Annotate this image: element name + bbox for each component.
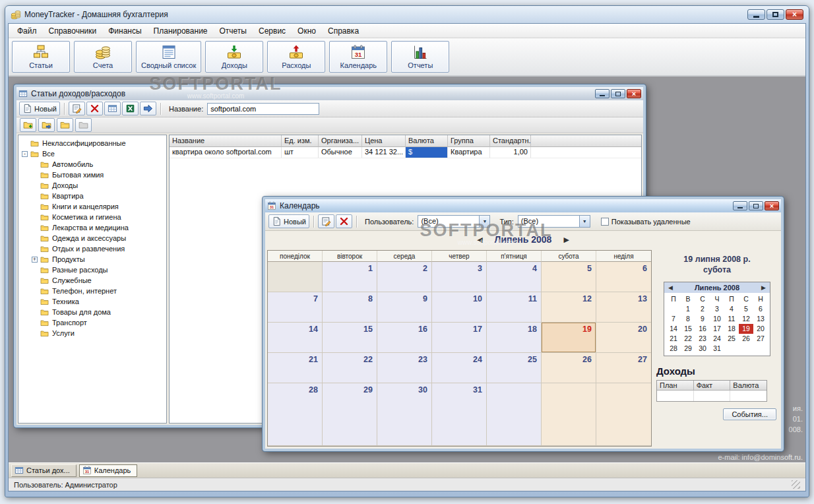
calendar-close-button[interactable]: ×	[765, 201, 779, 210]
mini-day[interactable]: 17	[710, 324, 724, 334]
calendar-day-cell[interactable]: 5	[542, 262, 596, 292]
toolbar-expense-button[interactable]: Расходы	[267, 41, 325, 73]
calendar-day-cell[interactable]: 31	[432, 383, 487, 446]
calendar-day-cell[interactable]: 30	[377, 383, 432, 446]
articles-maximize-button[interactable]	[611, 89, 625, 98]
calendar-day-cell[interactable]: 6	[596, 262, 651, 292]
mini-day[interactable]: 29	[681, 344, 695, 354]
calendar-maximize-button[interactable]	[749, 201, 763, 210]
calendar-day-cell[interactable]: 10	[432, 292, 487, 323]
column-header[interactable]: Группа	[448, 135, 490, 147]
new-event-button[interactable]: Новый	[268, 214, 309, 228]
articles-titlebar[interactable]: Статьи доходов/расходов ×	[16, 87, 643, 100]
mini-day[interactable]: 7	[666, 314, 681, 324]
type-filter-select[interactable]: (Все) ▼	[518, 215, 590, 228]
mini-next-month-button[interactable]: ▶	[761, 284, 766, 291]
user-filter-select[interactable]: (Все) ▼	[418, 215, 490, 228]
mini-day[interactable]: 31	[710, 344, 724, 354]
calendar-minimize-button[interactable]	[733, 201, 747, 210]
menu-item[interactable]: Отчеты	[214, 25, 253, 37]
calendar-day-cell[interactable]: 19	[542, 323, 596, 353]
window-tab[interactable]: Статьи дох...	[11, 464, 77, 477]
mini-day[interactable]: 3	[710, 304, 724, 314]
next-month-button[interactable]: ▶	[563, 236, 569, 244]
edit-button[interactable]	[318, 214, 334, 228]
mini-day[interactable]: 21	[666, 334, 681, 344]
tree-item[interactable]: -Все	[18, 148, 166, 159]
tree-item[interactable]: Книги и канцелярия	[18, 201, 166, 212]
prev-month-button[interactable]: ◀	[477, 236, 482, 244]
calendar-day-cell[interactable]: 25	[487, 353, 542, 383]
calendar-day-cell[interactable]: 13	[596, 292, 651, 323]
mini-day[interactable]: 24	[710, 334, 724, 344]
mini-day[interactable]: 9	[695, 314, 710, 324]
column-header[interactable]: Стандартн...	[490, 135, 531, 147]
calendar-day-cell[interactable]: 8	[323, 292, 377, 323]
expand-toggle[interactable]: +	[32, 257, 38, 263]
column-header[interactable]: Организа...	[319, 135, 362, 147]
table-cell[interactable]: Обычное	[319, 147, 362, 158]
tree-item[interactable]: Лекарства и медицина	[18, 222, 166, 233]
calendar-day-cell[interactable]: 24	[432, 353, 487, 383]
calendar-day-cell[interactable]	[487, 383, 542, 446]
toolbar-income-button[interactable]: Доходы	[205, 41, 263, 73]
folder-disabled-button[interactable]	[75, 118, 92, 132]
calendar-day-cell[interactable]: 12	[542, 292, 596, 323]
table-cell[interactable]: $	[406, 147, 448, 158]
menu-item[interactable]: Финансы	[102, 25, 147, 37]
mini-day[interactable]: 6	[753, 304, 768, 314]
folder-move-button[interactable]	[38, 118, 55, 132]
tree-item[interactable]: Одежда и аксессуары	[18, 233, 166, 243]
tree-item[interactable]: Техника	[18, 296, 166, 307]
mini-day[interactable]: 2	[695, 304, 710, 314]
calendar-day-cell[interactable]: 21	[268, 353, 323, 383]
mini-day[interactable]: 18	[724, 324, 739, 334]
menu-item[interactable]: Планирование	[148, 25, 214, 37]
calendar-day-cell[interactable]: 28	[268, 383, 323, 446]
menu-item[interactable]: Файл	[11, 25, 43, 37]
calendar-day-cell[interactable]: 29	[323, 383, 377, 446]
toolbar-calendar-button[interactable]: 31Календарь	[329, 41, 387, 73]
tree-item[interactable]: Неклассифицированные	[18, 138, 166, 148]
tree-item[interactable]: Служебные	[18, 275, 166, 286]
calendar-day-cell[interactable]: 3	[432, 262, 487, 292]
calendar-day-cell[interactable]: 17	[432, 323, 487, 353]
new-item-button[interactable]: Новый	[19, 102, 60, 115]
dropdown-arrow-icon[interactable]: ▼	[479, 216, 489, 227]
calendar-day-cell[interactable]: 2	[377, 262, 432, 292]
mini-day[interactable]: 12	[739, 314, 753, 324]
calendar-day-cell[interactable]: 16	[377, 323, 432, 353]
toolbar-coins-button[interactable]: Счета	[74, 41, 132, 73]
events-button[interactable]: События...	[723, 408, 776, 420]
calendar-day-cell[interactable]: 15	[323, 323, 377, 353]
calendar-day-cell[interactable]: 26	[542, 353, 596, 383]
mini-day[interactable]: 28	[666, 344, 681, 354]
calendar-day-cell[interactable]	[268, 262, 323, 292]
mini-day[interactable]: 30	[695, 344, 710, 354]
delete-button[interactable]	[86, 102, 103, 115]
calendar-titlebar[interactable]: 31 Календарь ×	[265, 199, 781, 212]
mini-day[interactable]: 13	[753, 314, 768, 324]
table-row[interactable]: квартира около softportal.comштОбычное34…	[170, 147, 641, 158]
folder-button[interactable]	[57, 118, 73, 132]
mini-day[interactable]: 25	[724, 334, 739, 344]
mini-day[interactable]: 16	[695, 324, 710, 334]
show-deleted-checkbox[interactable]: Показывать удаленные	[596, 218, 691, 226]
minimize-button[interactable]	[747, 9, 765, 20]
close-button[interactable]: ×	[786, 9, 803, 20]
mini-day[interactable]: 1	[681, 304, 695, 314]
window-tab[interactable]: 31Календарь	[79, 464, 138, 477]
folder-new-button[interactable]	[20, 118, 36, 132]
transfer-button[interactable]	[140, 102, 156, 115]
column-header[interactable]: Название	[170, 135, 282, 147]
calendar-day-cell[interactable]: 4	[487, 262, 542, 292]
mini-day[interactable]: 27	[753, 334, 768, 344]
column-header[interactable]: Валюта	[406, 135, 448, 147]
resize-grip[interactable]	[792, 480, 800, 489]
menu-item[interactable]: Справка	[322, 25, 365, 37]
toolbar-tree-button[interactable]: Статьи	[12, 41, 70, 73]
column-header[interactable]: Цена	[362, 135, 406, 147]
table-cell[interactable]: 34 121 32...	[362, 147, 406, 158]
toolbar-chart-button[interactable]: Отчеты	[391, 41, 449, 73]
mini-prev-month-button[interactable]: ◀	[668, 284, 673, 291]
